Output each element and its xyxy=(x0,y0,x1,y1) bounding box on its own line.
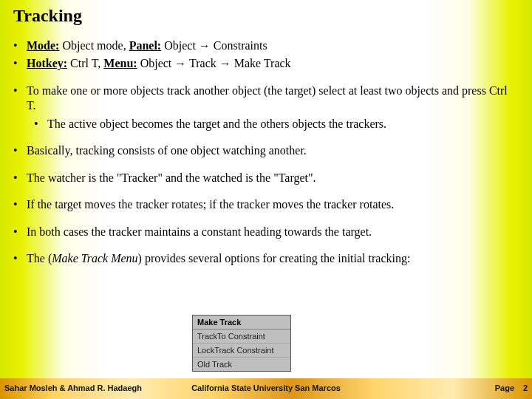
bullet-icon: • xyxy=(13,251,27,266)
para6-em: Make Track Menu xyxy=(52,252,137,265)
menu-item: LockTrack Constraint xyxy=(193,344,290,358)
hotkey-label: Hotkey: xyxy=(27,57,67,69)
mode-label: Mode: xyxy=(27,39,59,52)
bullet-icon: • xyxy=(13,38,27,53)
menu-value: Object → Track → Make Track xyxy=(137,57,291,69)
bullet-para2: • Basically, tracking consists of one ob… xyxy=(13,143,519,158)
footer-page-label: Page xyxy=(495,383,514,392)
bullet-icon: • xyxy=(13,56,27,71)
bullet-icon: • xyxy=(13,197,27,212)
bullet-mode-panel: • Mode: Object mode, Panel: Object → Con… xyxy=(13,38,519,53)
bullet-para6: • The (Make Track Menu) provides several… xyxy=(13,251,519,266)
footer-authors: Sahar Mosleh & Ahmad R. Hadaegh xyxy=(4,383,142,392)
para4-text: If the target moves the tracker rotates;… xyxy=(27,197,394,212)
para6-post: ) provides several options for creating … xyxy=(138,252,411,265)
para2-text: Basically, tracking consists of one obje… xyxy=(27,143,307,158)
bullet-icon: • xyxy=(13,225,27,239)
slide: Tracking • Mode: Object mode, Panel: Obj… xyxy=(0,0,532,399)
menu-item: Old Track xyxy=(193,358,290,371)
menu-header: Make Track xyxy=(193,316,290,330)
bullet-icon: • xyxy=(13,83,27,114)
text-line: Mode: Object mode, Panel: Object → Const… xyxy=(27,38,267,53)
panel-label: Panel: xyxy=(129,39,162,52)
slide-content: • Mode: Object mode, Panel: Object → Con… xyxy=(13,38,519,270)
para1-sub-text: The active object becomes the target and… xyxy=(47,117,386,132)
footer-page-number: 2 xyxy=(523,383,528,392)
bullet-icon: • xyxy=(13,143,27,158)
bullet-para4: • If the target moves the tracker rotate… xyxy=(13,197,519,212)
menu-item: TrackTo Constraint xyxy=(193,330,290,344)
panel-value: Object → Constraints xyxy=(161,39,267,52)
bullet-para3: • The watcher is the "Tracker" and the w… xyxy=(13,171,519,185)
text-line: Hotkey: Ctrl T, Menu: Object → Track → M… xyxy=(27,56,291,71)
bullet-para5: • In both cases the tracker maintains a … xyxy=(13,225,519,239)
para3-text: The watcher is the "Tracker" and the wat… xyxy=(27,171,316,185)
subbullet-para1: • The active object becomes the target a… xyxy=(34,117,519,132)
para1-text: To make one or more objects track anothe… xyxy=(27,83,519,114)
bullet-icon: • xyxy=(13,171,27,185)
bullet-para1: • To make one or more objects track anot… xyxy=(13,83,519,114)
para6-pre: The ( xyxy=(27,252,52,265)
mode-value: Object mode, xyxy=(59,39,129,52)
bullet-hotkey-menu: • Hotkey: Ctrl T, Menu: Object → Track →… xyxy=(13,56,519,71)
footer: Sahar Mosleh & Ahmad R. Hadaegh Californ… xyxy=(0,381,532,395)
para5-text: In both cases the tracker maintains a co… xyxy=(27,225,372,239)
menu-label: Menu: xyxy=(103,57,137,69)
para6-text: The (Make Track Menu) provides several o… xyxy=(27,251,410,266)
bullet-icon: • xyxy=(34,117,47,132)
hotkey-value: Ctrl T, xyxy=(67,57,103,69)
slide-title: Tracking xyxy=(13,6,82,26)
make-track-menu: Make Track TrackTo Constraint LockTrack … xyxy=(192,315,291,372)
